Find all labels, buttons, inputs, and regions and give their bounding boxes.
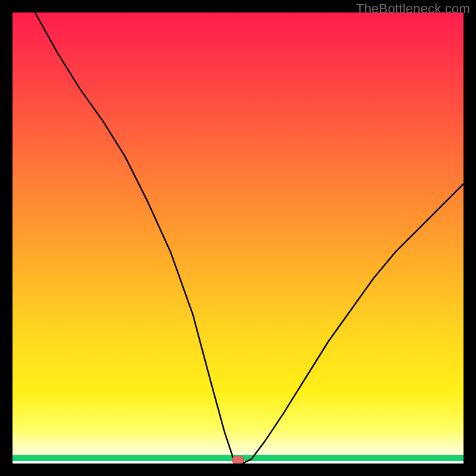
optimal-point-marker: [232, 456, 244, 464]
chart-frame: TheBottleneck.com: [0, 0, 476, 476]
bottleneck-curve: [12, 12, 464, 464]
watermark-text: TheBottleneck.com: [356, 1, 470, 17]
curve-path: [35, 12, 464, 464]
plot-area: [12, 12, 464, 464]
